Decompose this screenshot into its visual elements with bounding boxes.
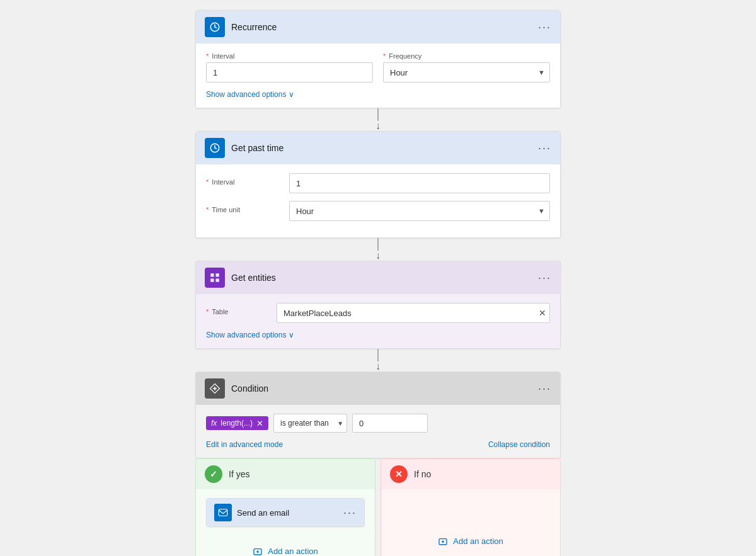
if-no-add-action-button[interactable]: Add an action — [438, 536, 503, 546]
if-yes-body: Send an email ··· Add an action — [196, 489, 375, 556]
condition-title: Condition — [231, 383, 538, 394]
interval-label: * Interval — [206, 52, 373, 60]
recurrence-body: * Interval * Frequency Hour ▼ — [196, 43, 560, 108]
chip-close-button[interactable]: ✕ — [256, 419, 263, 428]
svg-rect-3 — [216, 273, 219, 276]
gpt-required2: * — [206, 206, 209, 213]
condition-header: Condition ··· — [196, 372, 560, 405]
get-entities-body: * Table ✕ Show advanced options ∨ — [196, 294, 560, 348]
condition-operator-select[interactable]: is greater than — [273, 414, 347, 433]
send-email-title: Send an email — [237, 508, 343, 518]
if-yes-header: ✓ If yes — [196, 459, 375, 489]
connector-line-2 — [377, 238, 379, 251]
connector-1: ↓ — [375, 108, 381, 131]
outlook-icon — [214, 504, 232, 521]
edit-advanced-link[interactable]: Edit in advanced mode — [206, 440, 283, 449]
if-no-add-action-label: Add an action — [453, 536, 503, 546]
get-past-time-body: * Interval * Time unit Hour ▼ — [196, 164, 560, 237]
send-email-menu[interactable]: ··· — [343, 506, 357, 519]
table-required: * — [206, 308, 209, 315]
if-yes-title: If yes — [229, 469, 249, 479]
get-entities-menu[interactable]: ··· — [538, 271, 551, 285]
condition-body: fx length(...) ✕ is greater than ▼ Edit … — [196, 405, 560, 458]
svg-rect-9 — [219, 509, 227, 516]
chevron-down-icon: ∨ — [289, 90, 294, 99]
table-input[interactable] — [277, 303, 550, 323]
condition-chip: fx length(...) ✕ — [206, 416, 268, 430]
frequency-select-wrapper: Hour ▼ — [383, 62, 550, 82]
send-email-header: Send an email ··· — [207, 499, 364, 526]
send-email-card: Send an email ··· — [206, 498, 365, 527]
recurrence-menu[interactable]: ··· — [538, 21, 551, 34]
svg-rect-4 — [210, 279, 214, 282]
connector-arrow-2: ↓ — [375, 251, 381, 261]
get-entities-show-advanced[interactable]: Show advanced options ∨ — [206, 331, 550, 339]
interval-group: * Interval — [206, 52, 373, 82]
get-past-time-icon — [205, 138, 225, 158]
get-entities-card: Get entities ··· * Table ✕ Show advanced… — [195, 261, 561, 349]
recurrence-show-advanced[interactable]: Show advanced options ∨ — [206, 90, 550, 99]
collapse-condition-link[interactable]: Collapse condition — [488, 440, 550, 449]
gpt-interval-label: * Interval — [206, 173, 282, 186]
connector-2: ↓ — [375, 238, 381, 261]
condition-menu[interactable]: ··· — [538, 382, 551, 395]
get-past-time-interval-row: * Interval — [206, 173, 550, 193]
if-no-body: Add an action — [381, 489, 560, 556]
get-past-time-title: Get past time — [231, 143, 538, 153]
recurrence-form-row: * Interval * Frequency Hour ▼ — [206, 52, 550, 82]
frequency-required: * — [383, 52, 386, 60]
get-entities-title: Get entities — [231, 273, 538, 283]
gpt-interval-input[interactable] — [289, 173, 550, 193]
connector-arrow-3: ↓ — [375, 361, 381, 372]
interval-input[interactable] — [206, 62, 373, 82]
frequency-label: * Frequency — [383, 52, 550, 60]
get-entities-icon — [205, 268, 225, 288]
flow-canvas: Recurrence ··· * Interval * Frequency — [10, 10, 746, 556]
table-clear-button[interactable]: ✕ — [539, 308, 546, 318]
entities-chevron-icon: ∨ — [289, 331, 294, 339]
condition-value-input[interactable] — [352, 414, 428, 433]
if-no-icon: ✕ — [390, 465, 408, 483]
if-yes-branch: ✓ If yes Send an email ··· — [195, 458, 375, 556]
recurrence-card: Recurrence ··· * Interval * Frequency — [195, 10, 561, 108]
if-no-add-action-area: Add an action — [391, 523, 550, 556]
frequency-group: * Frequency Hour ▼ — [383, 52, 550, 82]
svg-rect-5 — [216, 279, 219, 282]
gpt-time-unit-wrapper: Hour ▼ — [289, 201, 550, 221]
fx-icon: fx — [211, 419, 217, 428]
if-yes-add-action-area: Add an action — [206, 533, 365, 556]
get-past-time-header: Get past time ··· — [196, 132, 560, 164]
if-yes-add-action-label: Add an action — [268, 547, 318, 556]
frequency-select[interactable]: Hour — [383, 62, 550, 82]
get-past-time-card: Get past time ··· * Interval * Time unit… — [195, 131, 561, 238]
table-label: * Table — [206, 303, 269, 315]
connector-arrow-1: ↓ — [375, 121, 381, 131]
connector-3: ↓ — [375, 349, 381, 372]
if-yes-icon: ✓ — [205, 465, 222, 483]
if-no-branch: ✕ If no Add an action — [381, 458, 561, 556]
interval-required: * — [206, 52, 209, 60]
if-no-title: If no — [414, 469, 431, 479]
gpt-time-unit-select[interactable]: Hour — [289, 201, 550, 221]
condition-card: Condition ··· fx length(...) ✕ is greate… — [195, 372, 561, 458]
recurrence-header: Recurrence ··· — [196, 11, 560, 43]
get-entities-header: Get entities ··· — [196, 261, 560, 294]
recurrence-icon — [205, 17, 225, 37]
table-input-wrapper: ✕ — [277, 303, 550, 323]
branches-container: ✓ If yes Send an email ··· — [195, 458, 561, 556]
condition-links-row: Edit in advanced mode Collapse condition — [206, 440, 550, 449]
condition-operator-wrapper: is greater than ▼ — [273, 414, 347, 433]
gpt-time-unit-label: * Time unit — [206, 201, 282, 213]
get-entities-table-row: * Table ✕ — [206, 303, 550, 323]
connector-line-1 — [377, 108, 379, 121]
connector-line-3 — [377, 349, 379, 361]
get-past-time-unit-row: * Time unit Hour ▼ — [206, 201, 550, 221]
get-past-time-menu[interactable]: ··· — [538, 142, 551, 155]
recurrence-title: Recurrence — [231, 22, 538, 32]
if-no-header: ✕ If no — [381, 459, 560, 489]
condition-expression-row: fx length(...) ✕ is greater than ▼ — [206, 414, 550, 433]
svg-rect-2 — [210, 273, 214, 276]
condition-icon — [205, 378, 225, 399]
if-yes-add-action-button[interactable]: Add an action — [253, 546, 318, 556]
gpt-required1: * — [206, 178, 209, 186]
